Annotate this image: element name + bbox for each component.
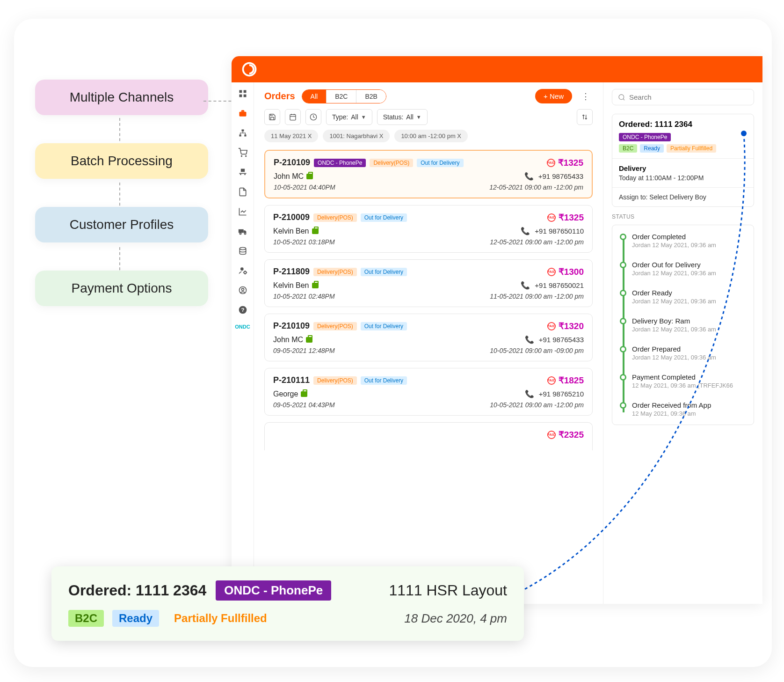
app-logo-icon xyxy=(241,61,258,78)
placed-time: 10-05-2021 02:48PM xyxy=(273,293,335,300)
coins-icon[interactable] xyxy=(237,245,248,257)
user-settings-icon[interactable] xyxy=(237,265,248,276)
document-icon[interactable] xyxy=(237,186,248,198)
save-view-icon[interactable] xyxy=(264,109,280,125)
type-label: Type: xyxy=(332,113,348,121)
briefcase-icon[interactable] xyxy=(237,108,248,119)
segment-all[interactable]: All xyxy=(302,90,327,103)
new-order-button[interactable]: + New xyxy=(535,89,572,103)
dashboard-icon[interactable] xyxy=(237,88,248,99)
sitemap-icon[interactable] xyxy=(237,127,248,139)
clock-icon[interactable] xyxy=(305,109,321,125)
svg-rect-11 xyxy=(240,169,244,172)
chart-icon[interactable] xyxy=(237,206,248,217)
segment-b2c[interactable]: B2C xyxy=(327,90,356,103)
app-header xyxy=(232,56,762,82)
phone-icon[interactable]: 📞 xyxy=(521,281,530,290)
zoom-tag-b2c: B2C xyxy=(68,610,104,627)
tl-sub: 12 May 2021, 09:36 am xyxy=(632,410,747,417)
order-amount: ₹1300 xyxy=(559,266,584,277)
support-icon[interactable] xyxy=(237,285,248,296)
svg-text:?: ? xyxy=(241,307,244,313)
tl-title: Order Ready xyxy=(632,289,747,297)
order-card[interactable]: P-210111 Delivery(POS) Out for Delivery … xyxy=(264,368,593,416)
filter-chip-store[interactable]: 1001: Nagarbhavi X xyxy=(323,130,390,142)
tag-delivery: Delivery(POS) xyxy=(313,213,357,222)
phone-icon[interactable]: 📞 xyxy=(525,389,534,398)
customer-name: John MC xyxy=(273,336,303,344)
zoom-date: 18 Dec 2020, 4 pm xyxy=(404,611,507,626)
ondc-logo[interactable]: ONDC xyxy=(235,324,250,330)
status-filter[interactable]: Status: All ▼ xyxy=(377,109,428,125)
filter-chip-slot[interactable]: 10:00 am -12:00 pm X xyxy=(394,130,468,142)
sort-icon[interactable] xyxy=(577,109,593,125)
pallet-icon[interactable] xyxy=(237,167,248,178)
svg-point-20 xyxy=(244,271,246,274)
briefcase-icon xyxy=(306,174,313,179)
order-card[interactable]: P-210109 Delivery(POS) Out for Delivery … xyxy=(264,314,593,361)
order-card[interactable]: PAID₹2325 xyxy=(264,422,593,450)
app-window: ? ONDC Orders All B2C B2B + New ⋮ xyxy=(232,56,762,604)
order-id: P-210009 xyxy=(273,213,310,222)
order-summary-card: Ordered: 1111 2364 ONDC - PhonePe B2C Re… xyxy=(612,114,754,207)
app-sidebar: ? ONDC xyxy=(232,82,254,604)
order-amount: ₹1320 xyxy=(559,321,584,331)
order-card[interactable]: P-210109 ONDC - PhonePe Delivery(POS) Ou… xyxy=(264,150,593,198)
tag-status: Out for Delivery xyxy=(361,376,407,385)
order-amount: ₹1325 xyxy=(558,157,583,168)
svg-point-22 xyxy=(241,288,244,291)
tl-sub: Jordan 12 May 2021, 09:36 am xyxy=(632,270,747,277)
tag-status: Out for Delivery xyxy=(417,159,463,167)
svg-rect-3 xyxy=(239,95,242,97)
tl-sub: Jordan 12 May 2021, 09:36 am xyxy=(632,242,747,249)
svg-line-31 xyxy=(623,99,624,100)
search-box[interactable] xyxy=(612,89,754,105)
help-icon[interactable]: ? xyxy=(237,304,248,315)
svg-point-16 xyxy=(240,233,241,234)
svg-point-30 xyxy=(619,95,624,100)
tl-title: Payment Completed xyxy=(632,373,747,381)
phone-icon[interactable]: 📞 xyxy=(521,227,530,235)
cart-icon[interactable] xyxy=(237,147,248,158)
order-card[interactable]: P-211809 Delivery(POS) Out for Delivery … xyxy=(264,259,593,307)
svg-point-10 xyxy=(245,156,246,157)
customer-name: Kelvin Ben xyxy=(273,281,309,290)
order-id: P-210109 xyxy=(274,158,310,168)
svg-rect-13 xyxy=(240,174,241,175)
svg-rect-25 xyxy=(290,115,296,120)
search-input[interactable] xyxy=(629,93,748,101)
segment-b2b[interactable]: B2B xyxy=(356,90,385,103)
tag-status: Out for Delivery xyxy=(361,213,407,222)
briefcase-icon xyxy=(312,283,319,288)
customer-name: John MC xyxy=(274,172,304,181)
delivery-time: Today at 11:00AM - 12:00PM xyxy=(619,174,747,182)
callout-customer-profiles: Customer Profiles xyxy=(35,207,208,242)
zoom-tag-ready: Ready xyxy=(112,610,159,627)
tl-sub: 12 May 2021, 09:36 am (TRFEFJK66 xyxy=(632,382,747,389)
order-card[interactable]: P-210009 Delivery(POS) Out for Delivery … xyxy=(264,205,593,253)
customer-phone: +91 98765210 xyxy=(539,390,584,398)
callout-payment-options: Payment Options xyxy=(35,271,208,306)
svg-point-18 xyxy=(240,248,246,250)
type-value: All xyxy=(351,113,358,121)
truck-icon[interactable] xyxy=(237,226,248,237)
placed-time: 09-05-2021 04:43PM xyxy=(273,401,335,409)
timeline-card: Order CompletedJordan 12 May 2021, 09:36… xyxy=(612,225,754,425)
svg-rect-5 xyxy=(239,112,246,117)
customer-phone: +91 987650021 xyxy=(535,281,584,289)
zoom-tag-partial: Partially Fullfilled xyxy=(167,610,274,627)
paid-icon: PAID xyxy=(547,159,555,167)
callout-multiple-channels: Multiple Channels xyxy=(35,80,208,115)
tl-title: Delivery Boy: Ram xyxy=(632,317,747,325)
phone-icon[interactable]: 📞 xyxy=(524,172,534,181)
type-filter[interactable]: Type: All ▼ xyxy=(326,109,372,125)
calendar-icon[interactable] xyxy=(285,109,301,125)
phone-icon[interactable]: 📞 xyxy=(525,335,534,344)
assign-delivery[interactable]: Assign to: Select Delivery Boy xyxy=(619,193,747,201)
svg-rect-14 xyxy=(244,174,246,175)
filter-chip-date[interactable]: 11 May 2021 X xyxy=(264,130,318,142)
tl-title: Order Received from App xyxy=(632,401,747,409)
paid-icon: PAID xyxy=(547,376,556,385)
feature-callouts: Multiple Channels Batch Processing Custo… xyxy=(35,80,208,306)
kebab-menu-icon[interactable]: ⋮ xyxy=(579,91,593,102)
